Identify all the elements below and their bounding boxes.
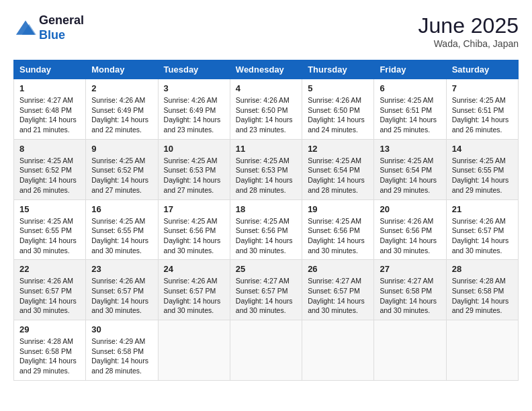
sunset-text: Sunset: 6:53 PM <box>236 166 288 174</box>
daylight-text: Daylight: 14 hours and 30 minutes. <box>380 297 437 315</box>
calendar-cell: 12Sunrise: 4:25 AMSunset: 6:54 PMDayligh… <box>302 139 374 199</box>
day-number: 14 <box>452 144 513 154</box>
calendar-cell: 29Sunrise: 4:28 AMSunset: 6:58 PMDayligh… <box>14 320 86 381</box>
day-info: Sunrise: 4:26 AMSunset: 6:49 PMDaylight:… <box>164 95 224 135</box>
sunset-text: Sunset: 6:58 PM <box>452 287 504 295</box>
logo-icon <box>13 18 38 38</box>
sunset-text: Sunset: 6:58 PM <box>380 287 432 295</box>
day-info: Sunrise: 4:25 AMSunset: 6:56 PMDaylight:… <box>164 216 224 256</box>
day-info: Sunrise: 4:25 AMSunset: 6:54 PMDaylight:… <box>308 156 368 195</box>
sunrise-text: Sunrise: 4:25 AM <box>19 217 73 225</box>
calendar-cell: 14Sunrise: 4:25 AMSunset: 6:55 PMDayligh… <box>446 139 518 199</box>
daylight-text: Daylight: 14 hours and 28 minutes. <box>91 357 148 375</box>
day-number: 2 <box>91 83 152 93</box>
daylight-text: Daylight: 14 hours and 26 minutes. <box>19 176 77 194</box>
day-number: 15 <box>19 204 80 214</box>
sunrise-text: Sunrise: 4:26 AM <box>164 277 218 285</box>
calendar-cell: 1Sunrise: 4:27 AMSunset: 6:48 PMDaylight… <box>14 79 86 140</box>
sunset-text: Sunset: 6:56 PM <box>164 226 216 234</box>
sunset-text: Sunset: 6:56 PM <box>236 226 288 234</box>
day-number: 8 <box>19 144 80 154</box>
calendar-cell: 19Sunrise: 4:25 AMSunset: 6:56 PMDayligh… <box>302 199 374 260</box>
daylight-text: Daylight: 14 hours and 23 minutes. <box>164 116 221 134</box>
sunrise-text: Sunrise: 4:25 AM <box>236 217 290 225</box>
day-number: 7 <box>452 83 513 93</box>
day-number: 26 <box>308 264 368 274</box>
calendar-cell: 18Sunrise: 4:25 AMSunset: 6:56 PMDayligh… <box>230 199 302 260</box>
calendar-cell: 25Sunrise: 4:27 AMSunset: 6:57 PMDayligh… <box>230 260 302 320</box>
daylight-text: Daylight: 14 hours and 25 minutes. <box>380 116 437 134</box>
calendar-cell: 13Sunrise: 4:25 AMSunset: 6:54 PMDayligh… <box>374 139 446 199</box>
sunrise-text: Sunrise: 4:27 AM <box>236 277 290 285</box>
sunrise-text: Sunrise: 4:26 AM <box>91 96 145 104</box>
weekday-header-sunday: Sunday <box>14 60 86 79</box>
daylight-text: Daylight: 14 hours and 29 minutes. <box>19 357 77 375</box>
daylight-text: Daylight: 14 hours and 30 minutes. <box>19 297 77 315</box>
day-info: Sunrise: 4:25 AMSunset: 6:55 PMDaylight:… <box>452 156 513 195</box>
calendar-cell <box>230 320 302 381</box>
day-info: Sunrise: 4:28 AMSunset: 6:58 PMDaylight:… <box>452 276 513 316</box>
calendar-cell: 8Sunrise: 4:25 AMSunset: 6:52 PMDaylight… <box>14 139 86 199</box>
sunset-text: Sunset: 6:57 PM <box>236 287 288 295</box>
day-info: Sunrise: 4:27 AMSunset: 6:57 PMDaylight:… <box>308 276 368 316</box>
sunset-text: Sunset: 6:54 PM <box>380 166 432 174</box>
weekday-header-friday: Friday <box>374 60 446 79</box>
sunset-text: Sunset: 6:55 PM <box>452 166 504 174</box>
sunrise-text: Sunrise: 4:27 AM <box>19 96 73 104</box>
daylight-text: Daylight: 14 hours and 30 minutes. <box>91 297 148 315</box>
sunrise-text: Sunrise: 4:25 AM <box>308 156 361 165</box>
daylight-text: Daylight: 14 hours and 29 minutes. <box>452 176 509 194</box>
sunrise-text: Sunrise: 4:25 AM <box>164 156 218 165</box>
sunset-text: Sunset: 6:54 PM <box>308 166 360 174</box>
day-info: Sunrise: 4:26 AMSunset: 6:57 PMDaylight:… <box>91 276 152 316</box>
weekday-header-wednesday: Wednesday <box>230 60 302 79</box>
calendar-cell: 2Sunrise: 4:26 AMSunset: 6:49 PMDaylight… <box>86 79 158 140</box>
logo-general-text: General <box>39 13 84 27</box>
sunset-text: Sunset: 6:51 PM <box>380 106 432 114</box>
weekday-header-monday: Monday <box>86 60 158 79</box>
sunrise-text: Sunrise: 4:26 AM <box>380 217 433 225</box>
sunrise-text: Sunrise: 4:25 AM <box>236 156 290 165</box>
day-number: 6 <box>380 83 440 93</box>
day-number: 16 <box>91 204 152 214</box>
day-number: 17 <box>164 204 224 214</box>
sunset-text: Sunset: 6:57 PM <box>308 287 360 295</box>
day-number: 9 <box>91 144 152 154</box>
calendar-cell <box>374 320 446 381</box>
sunset-text: Sunset: 6:55 PM <box>19 226 72 234</box>
day-info: Sunrise: 4:25 AMSunset: 6:53 PMDaylight:… <box>164 156 224 195</box>
daylight-text: Daylight: 14 hours and 28 minutes. <box>236 176 293 194</box>
daylight-text: Daylight: 14 hours and 30 minutes. <box>164 297 221 315</box>
day-info: Sunrise: 4:26 AMSunset: 6:57 PMDaylight:… <box>164 276 224 316</box>
calendar-week-row: 15Sunrise: 4:25 AMSunset: 6:55 PMDayligh… <box>14 199 519 260</box>
calendar-cell <box>446 320 518 381</box>
daylight-text: Daylight: 14 hours and 30 minutes. <box>236 236 293 255</box>
day-info: Sunrise: 4:25 AMSunset: 6:55 PMDaylight:… <box>19 216 80 256</box>
calendar-cell: 3Sunrise: 4:26 AMSunset: 6:49 PMDaylight… <box>158 79 230 140</box>
calendar-cell: 11Sunrise: 4:25 AMSunset: 6:53 PMDayligh… <box>230 139 302 199</box>
logo-blue-text: Blue <box>39 28 65 42</box>
daylight-text: Daylight: 14 hours and 30 minutes. <box>19 236 77 255</box>
daylight-text: Daylight: 14 hours and 28 minutes. <box>308 176 365 194</box>
weekday-header-thursday: Thursday <box>302 60 374 79</box>
sunset-text: Sunset: 6:50 PM <box>308 106 360 114</box>
day-info: Sunrise: 4:26 AMSunset: 6:56 PMDaylight:… <box>380 216 440 256</box>
sunrise-text: Sunrise: 4:25 AM <box>91 217 145 225</box>
sunset-text: Sunset: 6:57 PM <box>164 287 216 295</box>
weekday-header-tuesday: Tuesday <box>158 60 230 79</box>
daylight-text: Daylight: 14 hours and 30 minutes. <box>236 297 293 315</box>
calendar-cell: 9Sunrise: 4:25 AMSunset: 6:52 PMDaylight… <box>86 139 158 199</box>
day-number: 24 <box>164 264 224 274</box>
sunset-text: Sunset: 6:48 PM <box>19 106 72 114</box>
calendar-cell: 16Sunrise: 4:25 AMSunset: 6:55 PMDayligh… <box>86 199 158 260</box>
sunrise-text: Sunrise: 4:26 AM <box>452 217 506 225</box>
calendar-cell: 17Sunrise: 4:25 AMSunset: 6:56 PMDayligh… <box>158 199 230 260</box>
day-info: Sunrise: 4:25 AMSunset: 6:53 PMDaylight:… <box>236 156 296 195</box>
calendar-cell: 15Sunrise: 4:25 AMSunset: 6:55 PMDayligh… <box>14 199 86 260</box>
sunset-text: Sunset: 6:50 PM <box>236 106 288 114</box>
daylight-text: Daylight: 14 hours and 29 minutes. <box>452 297 509 315</box>
sunrise-text: Sunrise: 4:26 AM <box>308 96 361 104</box>
day-info: Sunrise: 4:25 AMSunset: 6:51 PMDaylight:… <box>380 95 440 135</box>
calendar-cell: 7Sunrise: 4:25 AMSunset: 6:51 PMDaylight… <box>446 79 518 140</box>
sunrise-text: Sunrise: 4:27 AM <box>308 277 361 285</box>
